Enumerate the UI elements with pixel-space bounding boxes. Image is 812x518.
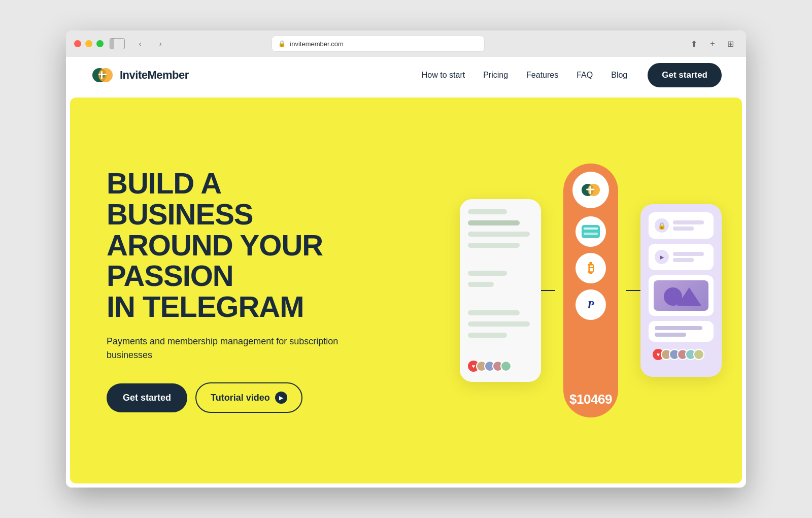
browser-actions: ⬆ + ⊞ [687, 37, 738, 51]
svg-rect-8 [586, 189, 594, 190]
traffic-lights [74, 40, 104, 47]
phone-avatars-right: ♥ [649, 349, 714, 360]
play-circle-icon: ▶ [655, 250, 669, 264]
address-bar[interactable]: 🔒 invitemember.com [272, 36, 485, 52]
logo-icon [90, 63, 115, 87]
hero-content: BUILD A BUSINESS AROUND YOUR PASSION IN … [107, 168, 350, 413]
logo-text: InviteMember [120, 69, 189, 82]
right-card-bars-1 [673, 220, 707, 231]
right-bar-1 [673, 220, 704, 224]
phone-bar-7 [468, 310, 520, 315]
website-content: InviteMember How to start Pricing Featur… [66, 57, 746, 488]
media-triangle [677, 287, 701, 306]
sidebar-toggle-button[interactable] [110, 38, 125, 49]
revenue-amount: $10469 [569, 392, 612, 407]
media-placeholder [654, 280, 708, 311]
paypal-circle: P [576, 289, 606, 320]
central-pillar: ₿ P $10469 [563, 164, 618, 417]
svg-rect-4 [98, 74, 107, 75]
hero-get-started-button[interactable]: Get started [107, 383, 187, 412]
lock-circle-icon: 🔒 [655, 218, 669, 233]
url-text: invitemember.com [290, 40, 343, 48]
right-bar-2 [673, 226, 694, 231]
phone-bar-3 [468, 232, 530, 237]
navbar-get-started-button[interactable]: Get started [648, 63, 722, 87]
right-media-card [649, 275, 714, 316]
browser-window: ‹ › 🔒 invitemember.com ⬆ + ⊞ [66, 30, 746, 488]
close-button[interactable] [74, 40, 81, 47]
logo[interactable]: InviteMember [90, 63, 189, 87]
right-text-card [649, 321, 714, 342]
pillar-logo-svg [580, 179, 602, 201]
left-phone-card: ♥ [460, 199, 541, 382]
maximize-button[interactable] [96, 40, 104, 47]
nav-link-features[interactable]: Features [526, 71, 558, 80]
new-tab-button[interactable]: + [705, 37, 720, 51]
right-bar-4 [673, 258, 694, 262]
credit-card-icon [582, 225, 600, 238]
phone-bar-2 [468, 220, 520, 225]
nav-link-how-to-start[interactable]: How to start [422, 71, 465, 80]
hero-illustration: ♥ [460, 164, 722, 417]
phone-bar-9 [468, 333, 507, 338]
right-bar-3 [673, 252, 704, 256]
lock-icon: 🔒 [278, 40, 286, 47]
paypal-icon: P [587, 298, 594, 311]
nav-link-pricing[interactable]: Pricing [483, 71, 508, 80]
share-button[interactable]: ⬆ [687, 37, 701, 51]
forward-button[interactable]: › [153, 37, 167, 51]
hero-buttons: Get started Tutorial video ▶ [107, 382, 350, 413]
right-card-play-row: ▶ [649, 244, 714, 270]
play-icon: ▶ [275, 392, 287, 404]
avatar-4 [500, 361, 512, 372]
nav-links: How to start Pricing Features FAQ Blog [422, 71, 627, 80]
phone-bar-6 [468, 282, 494, 287]
connector-line-left [541, 290, 555, 291]
hero-tutorial-button[interactable]: Tutorial video ▶ [195, 382, 302, 413]
minimize-button[interactable] [85, 40, 92, 47]
phone-bar-1 [468, 209, 507, 214]
tab-overview-button[interactable]: ⊞ [724, 37, 738, 51]
hero-title: BUILD A BUSINESS AROUND YOUR PASSION IN … [107, 168, 350, 322]
back-button[interactable]: ‹ [133, 37, 147, 51]
bitcoin-circle: ₿ [576, 253, 606, 283]
avatar-r5 [693, 349, 704, 360]
phone-avatars-left: ♥ [468, 361, 533, 372]
right-phone-card: 🔒 ▶ [640, 204, 722, 377]
phone-bar-4 [468, 243, 520, 248]
hero-section: BUILD A BUSINESS AROUND YOUR PASSION IN … [70, 98, 742, 483]
nav-link-blog[interactable]: Blog [611, 71, 627, 80]
navbar: InviteMember How to start Pricing Featur… [66, 57, 746, 93]
text-bar-1 [655, 326, 702, 330]
connector-line-right [626, 290, 640, 291]
nav-link-faq[interactable]: FAQ [577, 71, 593, 80]
payment-card-circle [576, 216, 606, 247]
right-card-bars-2 [673, 252, 707, 262]
phone-bar-8 [468, 321, 530, 327]
bitcoin-icon: ₿ [588, 261, 594, 276]
hero-subtitle: Payments and membership management for s… [107, 335, 350, 362]
pillar-logo-circle [572, 172, 609, 208]
phone-bar-5 [468, 271, 507, 276]
right-card-lock-row: 🔒 [649, 212, 714, 239]
browser-titlebar: ‹ › 🔒 invitemember.com ⬆ + ⊞ [66, 30, 746, 57]
text-bar-2 [655, 333, 686, 337]
